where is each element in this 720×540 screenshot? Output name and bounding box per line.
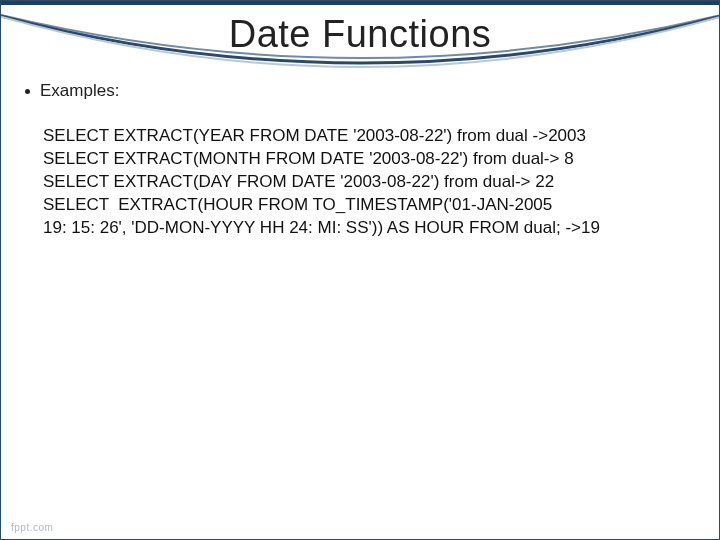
top-accent-bar [1,1,719,5]
slide-frame: Date Functions Examples: SELECT EXTRACT(… [0,0,720,540]
sql-examples: SELECT EXTRACT(YEAR FROM DATE '2003-08-2… [43,125,695,240]
bullet-examples: Examples: [25,81,695,101]
bullet-label: Examples: [40,81,119,101]
bullet-dot-icon [25,89,30,94]
footer-watermark: fppt.com [11,522,53,533]
slide-title: Date Functions [1,13,719,56]
content-area: Examples: SELECT EXTRACT(YEAR FROM DATE … [25,81,695,240]
